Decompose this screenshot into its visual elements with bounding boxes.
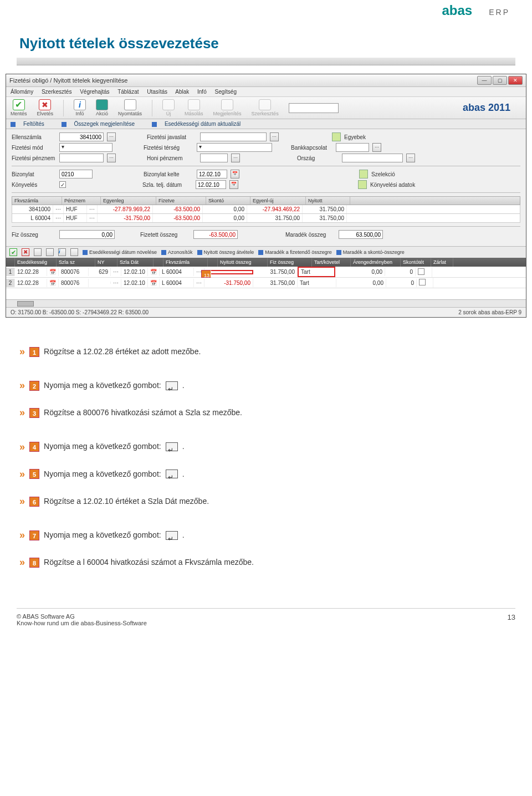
menu-item[interactable]: Végrehajtás [80, 89, 109, 95]
step-number: 6 [29, 497, 39, 507]
instruction-item: » 1 Rögzítse a 12.02.28 értéket az adott… [19, 340, 513, 364]
bank-input[interactable] [336, 143, 369, 152]
tool-icon[interactable] [34, 248, 42, 256]
menu-item[interactable]: Ablak [175, 89, 189, 95]
grid1-row[interactable]: L 60004⋯ HUF⋯ -31.750,00 -63.500,00 0,00… [12, 214, 520, 223]
calendar-icon[interactable]: 📅 [231, 170, 239, 178]
save-button[interactable]: ✔Mentés [11, 99, 27, 116]
label: Ország [297, 155, 339, 161]
bullet-icon: » [19, 489, 25, 513]
link-bar: Feltöltés Összegek megjelenítése Esedéke… [6, 119, 526, 129]
label: Fizetett összeg [140, 232, 190, 238]
checkbox[interactable] [418, 268, 424, 275]
lookup-icon[interactable]: ⋯ [372, 143, 381, 152]
show-button[interactable]: Megjelenítés [213, 99, 242, 116]
bullet-icon: » [19, 435, 25, 459]
ellenszamla-input[interactable] [59, 132, 104, 141]
new-button[interactable]: Új [162, 99, 175, 116]
step-number: 7 [29, 530, 39, 540]
calendar-icon[interactable]: 📅 [229, 180, 238, 189]
bullet-icon: » [19, 523, 25, 547]
label: Fizetési pénznem [12, 155, 56, 161]
print-button[interactable]: Nyomtatás [118, 99, 142, 116]
instruction-item: » 3 Rögzítse a 800076 hivatkozási számot… [19, 401, 513, 425]
info-icon[interactable]: i [58, 248, 66, 256]
bullet-icon: » [19, 550, 25, 574]
instruction-text: Nyomja meg a következő gombot: [44, 376, 161, 395]
menu-item[interactable]: Szerkesztés [42, 89, 71, 95]
fizterseg-select[interactable]: ▾ [197, 143, 272, 152]
footer-tagline: Know-how rund um die abas-Business-Softw… [17, 620, 147, 626]
approve-icon[interactable]: ✔ [9, 248, 17, 256]
instruction-text: Nyomja meg a következő gombot: [44, 437, 161, 456]
menu-item[interactable]: Infó [197, 89, 207, 95]
discard-button[interactable]: ✖Elvetés [37, 99, 54, 116]
fizmod-select[interactable]: ▾ [59, 143, 112, 152]
bullet-icon: » [19, 462, 25, 486]
decorative-bar [17, 58, 515, 65]
bizkelte-input[interactable] [197, 170, 227, 178]
status-bar: O: 31750.00 B: -63500.00 S: -27943469.22… [6, 307, 526, 317]
checkbox[interactable] [419, 279, 426, 285]
honipenz-input[interactable] [200, 154, 228, 162]
instruction-text: Rögzítse a 12.02.10 értéket a Szla Dát m… [44, 492, 209, 511]
step-number: 8 [29, 558, 39, 568]
fizpenz-input[interactable] [59, 154, 104, 162]
status-right: 2 sorok abas abas-ERP 9 [458, 309, 521, 315]
instruction-item: » 2 Nyomja meg a következő gombot: . [19, 374, 513, 397]
suffix: . [182, 465, 185, 484]
action-button[interactable]: Akció [96, 99, 108, 116]
highlighted-cell[interactable]: 13 [204, 270, 253, 274]
link-item[interactable]: Feltöltés [11, 121, 52, 127]
fizjav-input[interactable] [200, 132, 267, 141]
egyebek-button[interactable] [332, 132, 341, 141]
fizosszeg-input[interactable] [59, 230, 115, 239]
status-left: O: 31750.00 B: -63500.00 S: -27943469.22… [11, 309, 149, 315]
menu-item[interactable]: Segítség [214, 89, 236, 95]
link-item[interactable]: Esedékességi dátum növelése [83, 249, 157, 255]
lookup-icon[interactable]: ⋯ [107, 154, 116, 162]
lookup-icon[interactable]: ⋯ [270, 132, 279, 141]
info-button[interactable]: iInfó [74, 99, 86, 116]
bizonylat-input[interactable] [59, 170, 93, 178]
edit-button[interactable]: Szerkesztés [252, 99, 279, 116]
instruction-list: » 1 Rögzítse a 12.02.28 értéket az adott… [19, 340, 513, 575]
konyveles-checkbox[interactable]: ✓ [59, 181, 66, 188]
tool-icon[interactable] [70, 248, 78, 256]
grid2-row[interactable]: 2 12.02.28📅 800076 ⋯ 12.02.10📅 L 60004⋯ … [6, 278, 526, 288]
tool-icon[interactable] [46, 248, 54, 256]
menu-item[interactable]: Állomány [11, 89, 33, 95]
menu-item[interactable]: Utasítás [147, 89, 167, 95]
maximize-button[interactable]: ▢ [493, 76, 507, 85]
lookup-icon[interactable]: ⋯ [107, 132, 116, 141]
reject-icon[interactable]: ✖ [22, 248, 29, 256]
konyvadat-button[interactable] [358, 180, 367, 189]
grid1-row[interactable]: 3841000⋯ HUF⋯ -27.879.969,22 -63.500,00 … [12, 205, 520, 214]
label: Ellenszámla [12, 134, 56, 140]
label: Fizetési javaslat [147, 134, 197, 140]
copy-button[interactable]: Másolás [185, 99, 203, 116]
link-item[interactable]: Esedékességi dátum aktualizál [152, 121, 248, 127]
szelekcio-button[interactable] [359, 170, 368, 178]
label: Fizetési térség [144, 145, 193, 151]
szlatelj-input[interactable] [196, 180, 226, 189]
instruction-item: » 5 Nyomja meg a következő gombot: . [19, 462, 513, 486]
link-item[interactable]: Nyitott összeg átvétele [197, 249, 254, 255]
instruction-item: » 7 Nyomja meg a következő gombot: . [19, 523, 513, 547]
menu-item[interactable]: Táblázat [117, 89, 139, 95]
horizontal-scrollbar[interactable] [6, 299, 526, 307]
close-button[interactable]: ✕ [508, 76, 523, 85]
minimize-button[interactable]: — [477, 76, 492, 85]
suffix: . [182, 526, 185, 545]
lookup-icon[interactable]: ⋯ [231, 154, 240, 162]
link-item[interactable]: Összegek megjelenítése [62, 121, 143, 127]
grid2-header: Esedékesség Szla sz NY Szla Dát Fkvszáml… [6, 258, 526, 267]
lookup-icon[interactable]: ⋯ [406, 154, 415, 162]
page-footer: © ABAS Software AG Know-how rund um die … [0, 613, 532, 632]
orszag-input[interactable] [342, 154, 403, 162]
toolbar-search[interactable] [289, 103, 339, 113]
link-item[interactable]: Maradék a skontó-összegre [336, 249, 405, 255]
grid2-row[interactable]: 1 12.02.28📅 800076 629⋯ 12.02.10📅 L 6000… [6, 267, 526, 278]
link-item[interactable]: Maradék a fizetendő összegre [258, 249, 332, 255]
link-item[interactable]: Azonosítók [161, 249, 193, 255]
